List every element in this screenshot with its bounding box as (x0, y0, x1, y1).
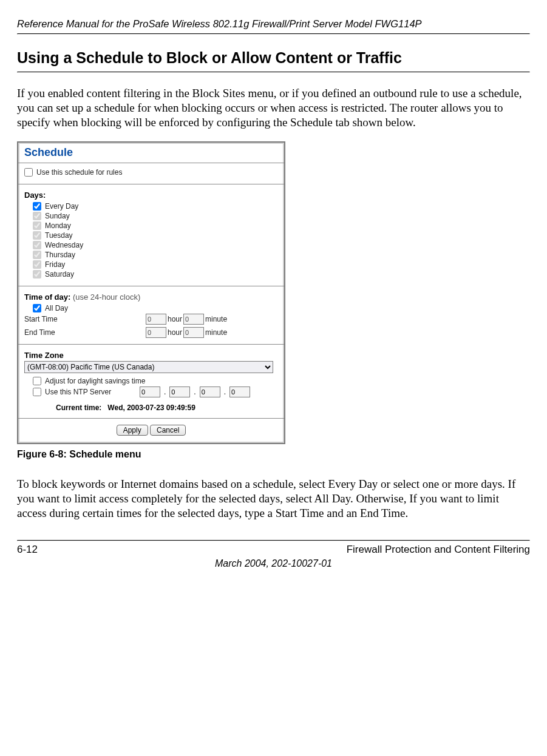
everyday-checkbox[interactable] (33, 202, 41, 211)
end-min-input[interactable] (183, 327, 204, 338)
tod-note: (use 24-hour clock) (73, 292, 140, 302)
dot-sep: . (224, 388, 226, 396)
allday-label: All Day (45, 304, 68, 312)
hour-unit-2: hour (168, 328, 182, 337)
thursday-checkbox[interactable] (33, 251, 41, 259)
footer-date: March 2004, 202-10027-01 (17, 558, 530, 569)
timezone-select[interactable]: (GMT-08:00) Pacific Time (US Canada) (24, 361, 273, 373)
ntp-label: Use this NTP Server (45, 388, 136, 396)
header-rule (17, 33, 530, 35)
running-header: Reference Manual for the ProSafe Wireles… (17, 18, 530, 33)
heading-rule (17, 72, 530, 73)
cancel-button[interactable]: Cancel (150, 425, 186, 436)
thursday-label: Thursday (45, 251, 75, 259)
outro-paragraph: To block keywords or Internet domains ba… (17, 477, 530, 520)
schedule-screenshot: Schedule Use this schedule for rules Day… (17, 141, 285, 444)
sunday-checkbox[interactable] (33, 212, 41, 220)
current-time-label: Current time: (56, 403, 101, 412)
days-header: Days: (24, 188, 278, 201)
chapter-name: Firewall Protection and Content Filterin… (347, 544, 530, 556)
panel-title: Schedule (18, 143, 284, 160)
ntp-ip-4[interactable] (229, 386, 250, 397)
tuesday-checkbox[interactable] (33, 231, 41, 240)
dst-label: Adjust for daylight savings time (45, 377, 145, 385)
start-min-input[interactable] (183, 314, 204, 325)
minute-unit-2: minute (205, 328, 227, 337)
tod-header: Time of day: (use 24-hour clock) (24, 290, 278, 303)
figure-caption: Figure 6-8: Schedule menu (17, 449, 530, 460)
minute-unit-1: minute (205, 315, 227, 323)
tuesday-label: Tuesday (45, 231, 73, 240)
hour-unit-1: hour (168, 315, 182, 323)
saturday-label: Saturday (45, 270, 74, 278)
tod-header-text: Time of day: (24, 292, 70, 302)
wednesday-checkbox[interactable] (33, 241, 41, 249)
section-heading: Using a Schedule to Block or Allow Conte… (17, 49, 530, 67)
ntp-ip-2[interactable] (169, 386, 190, 397)
end-time-label: End Time (24, 328, 146, 337)
ntp-ip-1[interactable] (140, 386, 160, 397)
dot-sep: . (194, 388, 195, 396)
dot-sep: . (164, 388, 166, 396)
monday-checkbox[interactable] (33, 221, 41, 230)
current-time-value: Wed, 2003-07-23 09:49:59 (107, 403, 195, 412)
monday-label: Monday (45, 221, 71, 230)
use-schedule-checkbox[interactable] (24, 168, 33, 177)
use-schedule-label: Use this schedule for rules (36, 168, 122, 177)
start-hour-input[interactable] (146, 314, 166, 325)
allday-checkbox[interactable] (33, 304, 41, 312)
dst-checkbox[interactable] (33, 377, 41, 385)
saturday-checkbox[interactable] (33, 270, 41, 278)
apply-button[interactable]: Apply (117, 425, 148, 436)
end-hour-input[interactable] (146, 327, 166, 338)
friday-checkbox[interactable] (33, 260, 41, 269)
current-time-row: Current time: Wed, 2003-07-23 09:49:59 (24, 399, 278, 412)
tz-header: Time Zone (24, 348, 278, 361)
ntp-checkbox[interactable] (33, 388, 41, 396)
sunday-label: Sunday (45, 212, 70, 220)
ntp-ip-3[interactable] (200, 386, 220, 397)
wednesday-label: Wednesday (45, 241, 83, 249)
start-time-label: Start Time (24, 315, 146, 323)
page-number: 6-12 (17, 544, 38, 556)
everyday-label: Every Day (45, 202, 78, 211)
intro-paragraph: If you enabled content filtering in the … (17, 86, 530, 129)
friday-label: Friday (45, 260, 65, 269)
